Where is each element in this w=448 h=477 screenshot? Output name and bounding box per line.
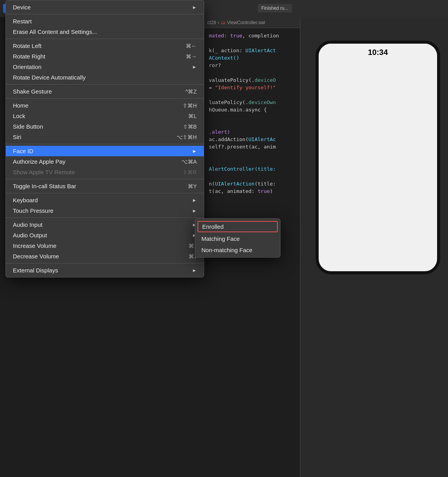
code-line: self?.present(ac, anim (203, 143, 300, 150)
code-line: t(ac, animated: true) (203, 187, 300, 195)
menu-item-side-button[interactable]: Side Button ⇧⌘B (6, 121, 204, 132)
menu-item-shortcut: ⌘L (188, 113, 197, 119)
menu-item-toggle-status[interactable]: Toggle In-call Status Bar ⌘Y (6, 181, 204, 191)
menu-item-home[interactable]: Home ⇧⌘H (6, 100, 204, 111)
finished-running-badge: Finished ru... (258, 4, 292, 12)
menu-item-label: Touch Pressure (13, 207, 53, 214)
code-line (203, 39, 300, 47)
menu-item-label: Audio Input (13, 221, 42, 228)
menu-item-label: Audio Output (13, 232, 47, 238)
menu-item-label: Home (13, 102, 28, 109)
menu-item-shortcut: ^⌘Z (185, 88, 197, 95)
menu-separator (6, 144, 204, 144)
menu-item-rotate-auto[interactable]: Rotate Device Automatically (6, 72, 204, 83)
menu-item-siri[interactable]: Siri ⌥⇧⌘H (6, 132, 204, 142)
menu-item-audio-input[interactable]: Audio Input ► (6, 219, 204, 230)
breadcrumb-project: ct28 (207, 20, 216, 25)
code-line (203, 121, 300, 128)
phone-status-bar: 10:34 (319, 44, 437, 61)
menu-item-touch-pressure[interactable]: Touch Pressure ► (6, 205, 204, 216)
menu-item-label: Device (13, 4, 31, 11)
breadcrumb-file: ViewController.swi (227, 20, 265, 25)
menu-item-apple-tv: Show Apple TV Remote ⇧⌘R (6, 167, 204, 177)
menu-separator (6, 217, 204, 218)
code-line: AContext() (203, 54, 300, 62)
submenu-item-matching-face[interactable]: Matching Face (195, 233, 280, 244)
menu-item-device[interactable]: Device ► (6, 2, 204, 12)
menu-item-shortcut: ⌘Y (188, 183, 197, 189)
code-line: AlertController(title: (203, 165, 300, 173)
code-line (203, 158, 300, 165)
menu-separator (6, 179, 204, 179)
menu-item-rotate-right[interactable]: Rotate Right ⌘→ (6, 51, 204, 62)
code-line (203, 150, 300, 158)
code-line: hQueue.main.async { (203, 106, 300, 113)
menu-item-shortcut: ⌘← (186, 43, 197, 49)
menu-separator (6, 263, 204, 263)
menu-item-label: Siri (13, 134, 21, 140)
menu-item-label: Rotate Device Automatically (13, 74, 86, 81)
menu-separator (6, 84, 204, 85)
menu-separator (6, 39, 204, 39)
code-line: n(UIAlertAction(title: (203, 180, 300, 187)
code-line: ac.addAction(UIAlertAc (203, 136, 300, 143)
menu-item-shortcut: ⌥⇧⌘H (176, 134, 197, 140)
menu-separator (6, 98, 204, 99)
menu-item-face-id[interactable]: Face ID ► (6, 146, 204, 156)
menu-item-erase[interactable]: Erase All Content and Settings... (6, 26, 204, 37)
menu-separator (6, 193, 204, 193)
menu-item-shake[interactable]: Shake Gesture ^⌘Z (6, 86, 204, 97)
menu-item-label: Side Button (13, 123, 43, 130)
breadcrumb-bar: ct28 › 🗂 ViewController.swi (203, 17, 300, 28)
menu-item-keyboard[interactable]: Keyboard ► (6, 195, 204, 205)
code-line: .alert) (203, 128, 300, 136)
submenu-item-enrolled[interactable]: Enrolled (198, 221, 278, 232)
menu-item-label: Rotate Right (13, 53, 45, 60)
submenu-item-label: Enrolled (202, 223, 224, 230)
menu-item-shortcut: ⌥⌘A (182, 159, 197, 165)
menu-item-external-displays[interactable]: External Displays ► (6, 265, 204, 276)
menu-item-shortcut: ⌘→ (186, 53, 197, 60)
menu-item-lock[interactable]: Lock ⌘L (6, 111, 204, 121)
menu-item-rotate-left[interactable]: Rotate Left ⌘← (6, 41, 204, 51)
menu-item-label: Rotate Left (13, 42, 41, 49)
menu-item-decrease-volume[interactable]: Decrease Volume ⌘↓ (6, 251, 204, 261)
menu-item-label: Increase Volume (13, 242, 56, 249)
menu-item-label: Shake Gesture (13, 88, 52, 95)
submenu-arrow-icon: ► (192, 198, 197, 203)
submenu-arrow-icon: ► (192, 64, 197, 70)
phone-screen: 10:34 (316, 41, 440, 274)
submenu-arrow-icon: ► (192, 268, 197, 273)
menu-item-label: Keyboard (13, 197, 38, 203)
submenu-arrow-icon: ► (192, 148, 197, 154)
menu-item-shortcut: ⇧⌘R (183, 169, 197, 175)
menu-item-label: Decrease Volume (13, 253, 59, 260)
submenu-item-label: Non-matching Face (201, 247, 252, 253)
menu-item-label: Show Apple TV Remote (13, 169, 75, 175)
menu-item-orientation[interactable]: Orientation ► (6, 62, 204, 72)
menu-item-label: Erase All Content and Settings... (13, 28, 97, 35)
menu-item-label: External Displays (13, 267, 58, 274)
menu-item-apple-pay[interactable]: Authorize Apple Pay ⌥⌘A (6, 156, 204, 167)
code-line: valuatePolicy(.deviceO (203, 76, 300, 84)
menu-item-label: Orientation (13, 64, 41, 70)
menu-item-label: Restart (13, 18, 32, 25)
code-line: k(_ action: UIAlertAct (203, 47, 300, 54)
breadcrumb-separator: › (218, 20, 219, 25)
phone-time: 10:34 (368, 48, 388, 57)
menu-item-restart[interactable]: Restart (6, 16, 204, 26)
face-id-submenu: Enrolled Matching Face Non-matching Face (195, 218, 280, 258)
menu-item-audio-output[interactable]: Audio Output ► (6, 230, 204, 240)
code-line (203, 69, 300, 76)
code-line: = "Identify yourself!" (203, 84, 300, 91)
menu-item-increase-volume[interactable]: Increase Volume ⌘↑ (6, 240, 204, 251)
code-line: ror? (203, 62, 300, 69)
menu-separator (6, 14, 204, 14)
submenu-arrow-icon: ► (192, 208, 197, 214)
menu-item-label: Face ID (13, 148, 34, 154)
submenu-item-non-matching-face[interactable]: Non-matching Face (195, 244, 280, 256)
hardware-menu: Device ► Restart Erase All Content and S… (5, 0, 204, 277)
menu-item-shortcut: ⇧⌘B (183, 124, 197, 130)
menu-item-label: Toggle In-call Status Bar (13, 183, 76, 189)
submenu-item-label: Matching Face (201, 235, 240, 242)
